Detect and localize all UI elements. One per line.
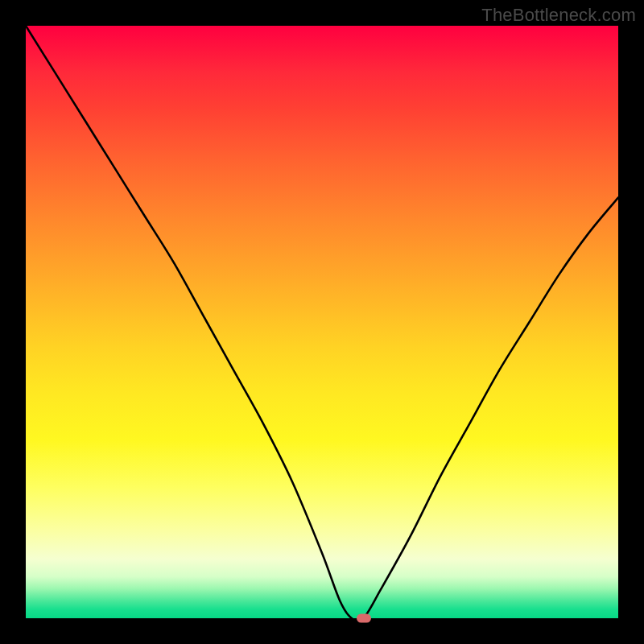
watermark-text: TheBottleneck.com: [481, 5, 636, 26]
bottleneck-curve: [26, 26, 618, 618]
plot-area: [26, 26, 618, 618]
optimal-point-marker: [357, 614, 371, 623]
chart-frame: TheBottleneck.com: [0, 0, 644, 644]
